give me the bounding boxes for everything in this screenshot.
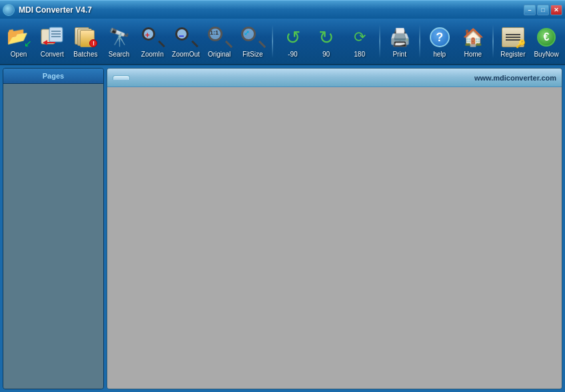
open-button[interactable]: 📂 ↙ Open [3,21,35,62]
arrow-down-icon: ↙ [24,38,32,49]
doc-tab[interactable] [113,75,130,80]
convert-icon [40,25,64,49]
search-button[interactable]: 🔭 Search [103,21,135,62]
pages-panel: Pages [3,68,104,389]
home-label: Home [464,51,482,58]
buynow-label: BuyNow [534,51,558,58]
pages-content [3,84,103,389]
separator-1 [272,25,273,58]
register-button[interactable]: 🔑 Register [497,21,529,62]
original-label: Original [208,51,231,58]
home-button[interactable]: 🏠 Home [457,21,489,62]
search-icon: 🔭 [107,25,131,49]
minimize-button[interactable]: – [524,5,536,15]
open-icon: 📂 ↙ [7,25,31,49]
print-icon: 🖨️ [388,25,412,49]
rotate-left-icon: ↺ [281,25,304,49]
titlebar-buttons: – □ ✕ [524,5,562,15]
zoomout-label: ZoomOut [172,51,200,58]
help-label: help [433,51,446,58]
titlebar-left: MDI Converter V4.7 [3,4,92,16]
maximize-button[interactable]: □ [537,5,549,15]
convert-button[interactable]: Convert [36,21,68,62]
rotate-90-button[interactable]: ↻ 90 [310,21,342,62]
open-label: Open [11,51,27,58]
rotate-180-icon: ⟳ [348,25,372,49]
zoomout-icon: − [174,25,198,49]
doc-url: www.mdiconverter.com [474,74,556,82]
rotate-180-button[interactable]: ⟳ 180 [344,21,376,62]
zoomin-icon: + [141,25,165,49]
register-label: Register [500,51,525,58]
zoomout-button[interactable]: − ZoomOut [170,21,202,62]
rotate-right-icon: ↻ [314,25,338,49]
titlebar: MDI Converter V4.7 – □ ✕ [0,0,565,19]
print-button[interactable]: 🖨️ Print [384,21,416,62]
doc-content [107,87,562,389]
separator-3 [419,25,420,58]
pages-header: Pages [3,69,103,84]
home-icon: 🏠 [461,25,485,49]
print-label: Print [392,51,406,58]
batches-label: Batches [73,51,97,58]
buynow-button[interactable]: € BuyNow [530,21,562,62]
rotate-180-label: 180 [354,51,365,58]
rotate-90-label: 90 [322,51,330,58]
close-button[interactable]: ✕ [550,5,562,15]
batches-icon: ! [73,25,97,49]
toolbar: 📂 ↙ Open Convert [0,19,565,65]
original-icon: 1:1 [207,25,231,49]
register-icon: 🔑 [501,25,525,49]
fitsize-icon: ⤢ [241,25,265,49]
separator-4 [492,25,494,58]
search-label: Search [109,51,130,58]
fitsize-label: FitSize [243,51,263,58]
separator-2 [379,25,380,58]
main-area: Pages www.mdiconverter.com [0,65,565,392]
buynow-icon: € [534,25,558,49]
original-button[interactable]: 1:1 Original [203,21,235,62]
batches-button[interactable]: ! Batches [69,21,101,62]
doc-header: www.mdiconverter.com [107,69,562,87]
mdi-logo-icon [3,4,15,16]
zoomin-label: ZoomIn [141,51,164,58]
rotate-neg90-button[interactable]: ↺ -90 [277,21,308,62]
help-icon: ? [428,25,452,49]
document-area: www.mdiconverter.com [107,68,562,389]
titlebar-title: MDI Converter V4.7 [19,5,92,15]
svg-rect-1 [49,27,63,42]
fitsize-button[interactable]: ⤢ FitSize [237,21,269,62]
zoomin-button[interactable]: + ZoomIn [137,21,169,62]
convert-label: Convert [41,51,64,58]
help-button[interactable]: ? help [424,21,456,62]
rotate-neg90-label: -90 [288,51,297,58]
